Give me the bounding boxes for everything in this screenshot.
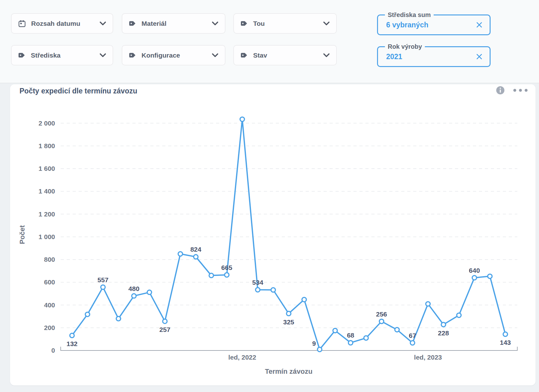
chevron-down-icon [99, 21, 106, 25]
data-label: 132 [66, 340, 77, 347]
ellipsis-menu-icon[interactable] [513, 86, 529, 95]
data-point[interactable] [225, 273, 229, 277]
active-filter-label: Střediska sum [385, 11, 434, 19]
data-label: 67 [409, 332, 416, 339]
chart-title: Počty expedicí dle termínu závozu [19, 87, 137, 95]
data-point[interactable] [194, 255, 198, 259]
tag-icon [240, 51, 248, 59]
data-point[interactable] [410, 341, 415, 345]
data-point[interactable] [271, 288, 275, 292]
data-label: 256 [376, 311, 387, 318]
filter-label: Materiál [142, 20, 208, 27]
data-point[interactable] [302, 297, 306, 302]
data-point[interactable] [364, 336, 368, 340]
filter-label: Střediska [31, 52, 96, 59]
data-label: 68 [347, 332, 354, 339]
data-point[interactable] [70, 333, 74, 338]
data-point[interactable] [317, 347, 322, 352]
data-label: 534 [252, 279, 263, 286]
data-label: 143 [500, 339, 511, 346]
chevron-down-icon [323, 21, 330, 25]
filter-date-range[interactable]: Rozsah datumu [11, 13, 113, 34]
filter-tou[interactable]: Tou [233, 13, 337, 34]
calendar-icon [18, 20, 26, 28]
data-label: 325 [283, 318, 294, 326]
active-filter-strediska-sum[interactable]: Střediska sum 6 vybraných [377, 14, 491, 35]
active-filter-rok-vyroby[interactable]: Rok výroby 2021 [377, 46, 491, 67]
y-tick-label: 400 [44, 301, 55, 309]
data-point[interactable] [101, 285, 105, 289]
data-point[interactable] [441, 322, 446, 327]
data-point[interactable] [395, 328, 399, 332]
y-tick-label: 1 000 [38, 233, 55, 240]
y-tick-label: 200 [44, 324, 55, 331]
data-label: 228 [438, 329, 449, 337]
info-icon[interactable] [496, 86, 505, 96]
chart-card: 02004006008001 0001 2001 4001 6001 8002 … [10, 84, 536, 385]
filter-strediska[interactable]: Střediska [11, 45, 113, 65]
data-label: 9 [312, 340, 316, 347]
filter-stav[interactable]: Stav [233, 45, 337, 65]
y-tick-label: 1 800 [38, 142, 55, 149]
filter-material[interactable]: Materiál [122, 13, 225, 34]
data-point[interactable] [286, 311, 291, 316]
tag-icon [129, 20, 136, 27]
x-tick-label: led, 2022 [228, 354, 256, 361]
chevron-down-icon [212, 21, 219, 25]
data-point[interactable] [240, 117, 244, 121]
filter-bar: Rozsah datumu Materiál Tou [0, 0, 539, 83]
tag-icon [129, 51, 136, 59]
y-tick-label: 0 [51, 347, 55, 354]
filter-label: Stav [253, 52, 320, 59]
data-label: 640 [469, 267, 480, 274]
data-point[interactable] [472, 276, 477, 280]
close-icon[interactable] [475, 20, 484, 30]
data-label: 665 [221, 264, 232, 271]
tag-icon [18, 51, 26, 59]
filter-label: Konfigurace [142, 52, 208, 59]
data-point[interactable] [256, 288, 260, 292]
y-tick-label: 800 [44, 256, 55, 263]
data-point[interactable] [503, 332, 508, 336]
active-filter-label: Rok výroby [385, 43, 425, 50]
active-filter-value[interactable]: 6 vybraných [386, 21, 428, 29]
y-tick-label: 600 [44, 278, 55, 286]
data-label: 557 [97, 276, 108, 283]
data-point[interactable] [147, 290, 152, 294]
data-point[interactable] [132, 294, 136, 298]
close-icon[interactable] [475, 52, 484, 61]
chevron-down-icon [323, 53, 330, 57]
x-tick-label: led, 2023 [414, 354, 442, 361]
data-point[interactable] [209, 273, 214, 278]
data-point[interactable] [348, 340, 353, 345]
chevron-down-icon [99, 53, 106, 57]
data-point[interactable] [333, 328, 337, 333]
data-point[interactable] [488, 274, 492, 278]
data-point[interactable] [457, 313, 461, 317]
data-point[interactable] [426, 302, 430, 306]
data-label: 824 [190, 246, 201, 253]
x-axis [61, 347, 517, 350]
data-label: 480 [128, 285, 139, 292]
x-axis-title: Termín závozu [265, 367, 312, 375]
filter-label: Rozsah datumu [31, 20, 96, 27]
data-point[interactable] [379, 319, 384, 324]
data-point[interactable] [116, 316, 121, 321]
tag-icon [240, 20, 248, 27]
data-point[interactable] [178, 252, 182, 256]
active-filter-value[interactable]: 2021 [386, 53, 402, 61]
data-point[interactable] [163, 319, 167, 323]
y-tick-label: 1 600 [38, 165, 55, 172]
y-axis-title: Počet [18, 225, 26, 244]
y-tick-label: 2 000 [38, 120, 55, 127]
y-tick-label: 1 400 [38, 188, 55, 195]
expeditions-line-chart: 02004006008001 0001 2001 4001 6001 8002 … [10, 84, 536, 385]
chevron-down-icon [212, 53, 219, 57]
filter-label: Tou [253, 20, 320, 27]
y-tick-label: 1 200 [38, 210, 55, 218]
data-label: 257 [159, 326, 170, 333]
filter-konfigurace[interactable]: Konfigurace [122, 45, 225, 65]
data-point[interactable] [85, 312, 90, 316]
